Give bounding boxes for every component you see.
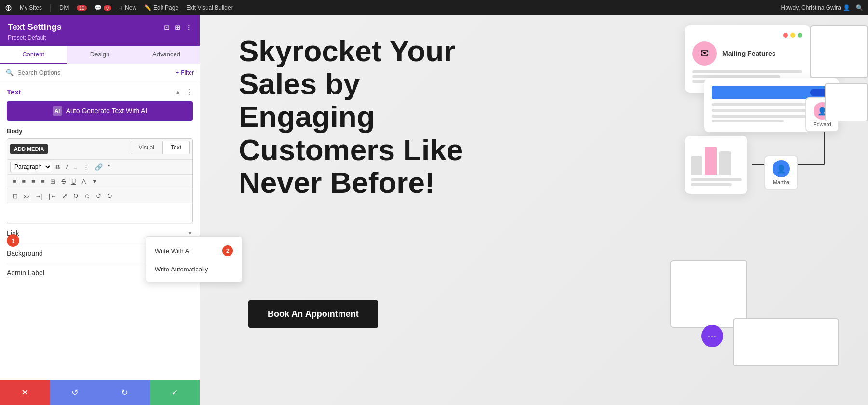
editor-tabs: Visual Text	[131, 141, 190, 154]
mock-line-5	[712, 109, 807, 112]
comments-menu[interactable]: 💬 0	[95, 4, 111, 11]
chart-bars	[691, 142, 742, 176]
edit-page-menu[interactable]: ✏️ Edit Page	[144, 4, 178, 11]
save-button[interactable]: ✓	[150, 380, 200, 405]
link-button[interactable]: 🔗	[93, 162, 105, 172]
background-title: Background	[7, 249, 43, 257]
ordered-list-button[interactable]: ⋮	[81, 162, 92, 172]
cancel-button[interactable]: ✕	[0, 380, 50, 405]
emoji-button[interactable]: ☺	[81, 191, 93, 201]
green-dot	[798, 33, 802, 38]
ai-generate-button[interactable]: AI Auto Generate Text With AI	[7, 101, 193, 121]
admin-bar-right: Howdy, Christina Gwira 👤 🔍	[781, 4, 863, 11]
step-1-badge: 1	[7, 234, 19, 247]
divi-menu[interactable]: Divi	[59, 4, 69, 11]
chart-bar-1	[691, 156, 702, 176]
panel-title-text: Text Settings	[8, 22, 62, 32]
bold-button[interactable]: B	[53, 162, 62, 172]
write-with-ai-option[interactable]: Write With AI 2	[146, 241, 242, 261]
floating-action-button[interactable]: ···	[701, 325, 723, 347]
editor-area: ADD MEDIA Visual Text Paragraph B I ≡ ⋮	[7, 138, 193, 223]
mock-line-1	[692, 70, 802, 73]
align-center-button[interactable]: ≡	[20, 176, 28, 187]
strikethrough-button[interactable]: S	[59, 176, 68, 187]
align-left-button[interactable]: ≡	[10, 176, 19, 187]
red-dot	[783, 33, 788, 38]
search-input[interactable]	[17, 69, 172, 76]
italic-button[interactable]: I	[63, 162, 70, 172]
outdent-button[interactable]: |←	[46, 191, 59, 201]
panel-title-icons: ⊡ ⊞ ⋮	[164, 24, 192, 31]
align-right-button[interactable]: ≡	[29, 176, 38, 187]
ai-icon: AI	[53, 106, 62, 116]
panel-bottom-buttons: ✕ ↺ ↻ ✓	[0, 380, 200, 405]
my-sites-menu[interactable]: My Sites	[20, 4, 42, 11]
dots-icon: ···	[708, 331, 717, 341]
more-icon[interactable]: ⋮	[185, 24, 192, 31]
book-appointment-button[interactable]: Book An Appointment	[248, 300, 378, 328]
mailing-card-header: ✉ Mailing Features	[692, 41, 802, 66]
redo-history-button[interactable]: ↻	[100, 380, 150, 405]
formatting-row-3: ⊡ x₂ →| |← ⤢ Ω ☺ ↺ ↻	[7, 189, 192, 203]
add-media-button[interactable]: ADD MEDIA	[10, 144, 48, 154]
dropdown-arrow-button[interactable]: ▼	[89, 176, 100, 187]
mail-icon: ✉	[692, 41, 717, 66]
ai-button-label: Auto Generate Text With AI	[66, 107, 148, 115]
admin-label-title: Admin Label	[7, 269, 44, 277]
subscript-button[interactable]: x₂	[21, 191, 32, 201]
editor-top-row: ADD MEDIA Visual Text	[7, 139, 192, 160]
layout-icon[interactable]: ⊞	[175, 24, 180, 31]
updates-menu[interactable]: 10	[77, 5, 87, 11]
left-panel: Text Settings ⊡ ⊞ ⋮ Preset: Default Cont…	[0, 15, 200, 405]
table-button[interactable]: ⊞	[48, 176, 58, 187]
write-automatically-option[interactable]: Write Automatically	[146, 261, 242, 278]
text-color-button[interactable]: A	[79, 176, 88, 187]
martha-avatar: 👤	[773, 160, 790, 177]
plus-filter-icon: +	[176, 69, 179, 76]
focus-icon[interactable]: ⊡	[164, 24, 170, 31]
ai-write-popup: Write With AI 2 Write Automatically	[146, 236, 242, 282]
plus-icon: +	[119, 4, 123, 12]
search-bar: 🔍 + Filter	[0, 64, 200, 81]
new-content-menu[interactable]: + New	[119, 4, 136, 12]
text-tab[interactable]: Text	[163, 141, 190, 154]
unordered-list-button[interactable]: ≡	[71, 162, 80, 172]
hero-text-container: Skyrocket Your Sales by Engaging Custome…	[239, 35, 470, 199]
step-2-badge: 2	[222, 245, 233, 256]
blockquote-button[interactable]: "	[106, 162, 113, 172]
underline-button[interactable]: U	[69, 176, 78, 187]
right-panel-card-1	[810, 25, 868, 78]
tab-design[interactable]: Design	[67, 46, 133, 64]
fullscreen-button[interactable]: ⤢	[60, 191, 70, 201]
search-icon[interactable]: 🔍	[856, 4, 863, 11]
tab-content[interactable]: Content	[0, 46, 67, 64]
card-dots	[692, 33, 802, 38]
comments-count: 0	[104, 5, 111, 11]
exit-builder-menu[interactable]: Exit Visual Builder	[186, 4, 233, 11]
collapse-icon[interactable]: ▲	[175, 88, 181, 96]
undo-history-button[interactable]: ↺	[50, 380, 100, 405]
wordpress-logo-icon[interactable]: ⊕	[5, 2, 12, 13]
visual-tab[interactable]: Visual	[131, 141, 163, 154]
text-section-header: Text ▲ ⋮	[7, 87, 193, 96]
exit-builder-label: Exit Visual Builder	[186, 4, 233, 11]
editor-content[interactable]	[7, 203, 192, 223]
wp-admin-bar: ⊕ My Sites | Divi 10 💬 0 + New ✏️ Edit P…	[0, 0, 868, 15]
chart-line-1	[691, 178, 742, 181]
main-content-area: Skyrocket Your Sales by Engaging Custome…	[200, 15, 868, 405]
special-char-button[interactable]: Ω	[71, 191, 81, 201]
tab-advanced[interactable]: Advanced	[133, 46, 200, 64]
redo-button[interactable]: ↻	[105, 191, 115, 201]
indent-button[interactable]: →|	[33, 191, 45, 201]
paste-button[interactable]: ⊡	[10, 191, 20, 201]
section-controls: ▲ ⋮	[175, 87, 193, 96]
filter-button[interactable]: + Filter	[176, 69, 194, 76]
user-greeting[interactable]: Howdy, Christina Gwira 👤	[781, 4, 850, 11]
undo-button[interactable]: ↺	[94, 191, 104, 201]
section-more-icon[interactable]: ⋮	[185, 87, 193, 96]
martha-name: Martha	[771, 179, 791, 185]
panel-preset: Preset: Default	[8, 34, 192, 41]
paragraph-select[interactable]: Paragraph	[10, 162, 52, 172]
align-justify-button[interactable]: ≡	[39, 176, 47, 187]
edward-name: Edward	[812, 122, 832, 127]
